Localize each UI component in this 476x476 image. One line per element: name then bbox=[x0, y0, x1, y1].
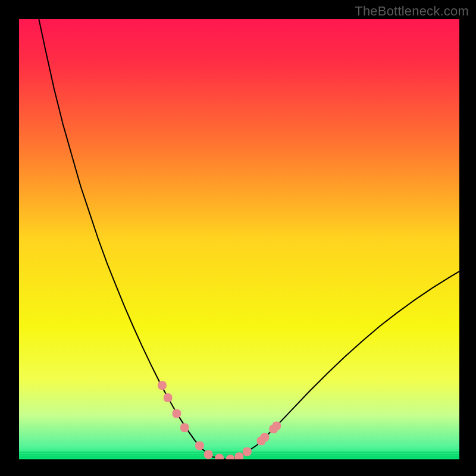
highlight-dot bbox=[158, 381, 167, 390]
watermark-text: TheBottleneck.com bbox=[355, 4, 469, 19]
highlight-dot bbox=[273, 421, 281, 430]
highlight-dot bbox=[235, 452, 244, 459]
highlight-dot bbox=[195, 441, 204, 450]
highlight-dot bbox=[261, 433, 270, 442]
highlight-dot bbox=[164, 393, 173, 402]
chart-plot bbox=[19, 19, 459, 459]
highlight-dot bbox=[173, 409, 181, 418]
highlight-dot bbox=[180, 423, 189, 432]
highlight-dot bbox=[204, 450, 213, 459]
gradient-background bbox=[19, 19, 459, 459]
highlight-dot bbox=[243, 447, 252, 456]
